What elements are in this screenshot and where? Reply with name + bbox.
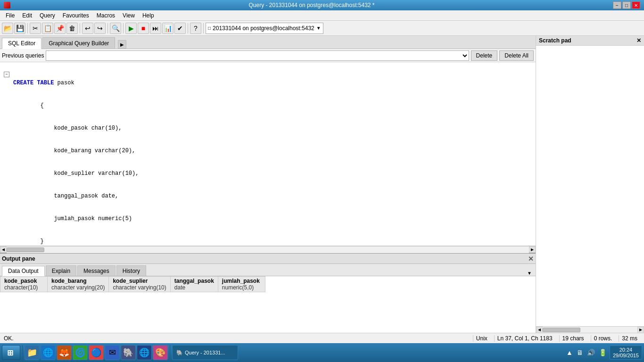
menu-query[interactable]: Query bbox=[36, 11, 59, 20]
commit-btn[interactable]: ✔ bbox=[174, 23, 186, 34]
prev-queries-dropdown[interactable] bbox=[46, 50, 469, 61]
taskbar-active-window[interactable]: 🐘 Query - 201331... bbox=[172, 345, 238, 360]
redo-btn[interactable]: ↪ bbox=[94, 23, 106, 34]
editor-tabs: SQL Editor Graphical Query Builder ▶ bbox=[0, 36, 536, 49]
col-tanggal-pasok-type: date bbox=[174, 284, 214, 291]
scratch-pad-close-btn[interactable]: ✕ bbox=[636, 37, 641, 44]
copy-btn[interactable]: 📋 bbox=[42, 23, 53, 34]
main-content: SQL Editor Graphical Query Builder ▶ Pre… bbox=[0, 36, 644, 333]
output-pane-close-btn[interactable]: ✕ bbox=[528, 255, 534, 263]
toolbar: 📂 💾 ✂ 📋 📌 🗑 ↩ ↪ 🔍 ▶ ■ ⏭ 📊 ✔ ? □ 20133104… bbox=[0, 21, 644, 36]
menu-favourites[interactable]: Favourites bbox=[59, 11, 93, 20]
scratch-pad-content[interactable] bbox=[536, 46, 644, 326]
taskbar-chrome-icon[interactable]: 🔵 bbox=[89, 345, 104, 360]
taskbar-app4-icon[interactable]: 🌀 bbox=[73, 345, 88, 360]
table-header-row: kode_pasok character(10) kode_barang cha… bbox=[0, 277, 265, 292]
close-btn[interactable]: ✕ bbox=[632, 1, 640, 9]
title-bar: Query - 201331044 on postgres@localhost:… bbox=[0, 0, 644, 10]
result-table: kode_pasok character(10) kode_barang cha… bbox=[0, 276, 265, 292]
code-editor[interactable]: − CREATE TABLE pasok { kode_pasok char(1… bbox=[0, 62, 536, 246]
undo-btn[interactable]: ↩ bbox=[82, 23, 93, 34]
delete-btn[interactable]: Delete bbox=[471, 50, 498, 61]
menu-help[interactable]: Help bbox=[139, 11, 158, 20]
col-kode-pasok-type: character(10) bbox=[4, 284, 43, 291]
scratch-pad: Scratch pad ✕ ◀ ▶ bbox=[536, 36, 644, 333]
tray-arrow-icon[interactable]: ▲ bbox=[565, 349, 574, 356]
taskbar-db-icon[interactable]: 🐘 bbox=[121, 345, 136, 360]
editor-area: SQL Editor Graphical Query Builder ▶ Pre… bbox=[0, 36, 536, 333]
clock-time: 20:24 bbox=[613, 347, 639, 353]
sep3 bbox=[107, 23, 108, 33]
open-btn[interactable]: 📂 bbox=[2, 23, 13, 34]
scratch-pad-hscroll[interactable]: ◀ ▶ bbox=[536, 326, 644, 333]
collapse-btn[interactable]: − bbox=[4, 72, 9, 77]
scroll-right-btn[interactable]: ▶ bbox=[529, 247, 536, 253]
col-tanggal-pasok: tanggal_pasok date bbox=[170, 277, 218, 292]
tray-volume-icon[interactable]: 🔊 bbox=[586, 349, 596, 356]
col-kode-barang-name: kode_barang bbox=[51, 278, 105, 284]
status-chars: 19 chars bbox=[559, 335, 587, 342]
taskbar-sep2 bbox=[170, 345, 170, 360]
code-lines[interactable]: CREATE TABLE pasok { kode_pasok char(10)… bbox=[0, 64, 536, 246]
scroll-left-btn[interactable]: ◀ bbox=[0, 247, 7, 253]
h-scrollbar[interactable]: ◀ ▶ bbox=[0, 246, 536, 253]
app-icon bbox=[4, 2, 10, 8]
menu-edit[interactable]: Edit bbox=[18, 11, 36, 20]
clear-btn[interactable]: 🗑 bbox=[66, 23, 78, 34]
output-dropdown-btn[interactable]: ▼ bbox=[527, 271, 532, 276]
paste-btn[interactable]: 📌 bbox=[54, 23, 66, 34]
data-table: kode_pasok character(10) kode_barang cha… bbox=[0, 276, 536, 333]
stop-btn[interactable]: ■ bbox=[138, 23, 149, 34]
help-btn[interactable]: ? bbox=[190, 23, 201, 34]
delete-all-btn[interactable]: Delete All bbox=[499, 50, 534, 61]
tray-network-icon[interactable]: 🖥 bbox=[576, 349, 584, 356]
connection-dropdown[interactable]: □ 201331044 on postgres@localhost:5432 ▼ bbox=[206, 23, 323, 34]
sp-scroll-right-btn[interactable]: ▶ bbox=[637, 327, 644, 333]
output-tab-history[interactable]: History bbox=[116, 265, 146, 276]
h-scroll-thumb[interactable] bbox=[7, 247, 44, 252]
col-tanggal-pasok-name: tanggal_pasok bbox=[174, 278, 214, 284]
code-line-5: kode_suplier varchar(10), bbox=[13, 170, 532, 177]
taskbar-net-icon[interactable]: 🌐 bbox=[137, 345, 152, 360]
taskbar-right: ▲ 🖥 🔊 🔋 20:24 29/09/2015 bbox=[565, 346, 642, 360]
output-tab-explain[interactable]: Explain bbox=[46, 265, 76, 276]
sep1 bbox=[27, 23, 28, 33]
tray-battery-icon[interactable]: 🔋 bbox=[598, 349, 608, 356]
output-tab-messages[interactable]: Messages bbox=[77, 265, 116, 276]
col-kode-suplier: kode_suplier character varying(10) bbox=[109, 277, 170, 292]
status-line-col: Ln 37, Col 1, Ch 1183 bbox=[494, 335, 555, 342]
explain-btn[interactable]: 📊 bbox=[162, 23, 173, 34]
taskbar-ie-icon[interactable]: 🌐 bbox=[41, 345, 56, 360]
sp-scroll-track[interactable] bbox=[543, 327, 637, 333]
clock[interactable]: 20:24 29/09/2015 bbox=[610, 346, 642, 360]
output-tab-data[interactable]: Data Output bbox=[2, 266, 45, 276]
windows-icon: ⊞ bbox=[7, 348, 13, 357]
save-btn[interactable]: 💾 bbox=[14, 23, 25, 34]
minimize-btn[interactable]: − bbox=[613, 1, 621, 9]
maximize-btn[interactable]: □ bbox=[622, 1, 631, 9]
cut-btn[interactable]: ✂ bbox=[30, 23, 41, 34]
code-line-7: jumlah_pasok numeric(5) bbox=[13, 215, 532, 222]
taskbar-paint-icon[interactable]: 🎨 bbox=[153, 345, 168, 360]
sp-scroll-thumb[interactable] bbox=[543, 328, 580, 332]
taskbar-firefox-icon[interactable]: 🦊 bbox=[57, 345, 72, 360]
taskbar-email-icon[interactable]: ✉ bbox=[105, 345, 120, 360]
tab-sql-editor[interactable]: SQL Editor bbox=[2, 38, 41, 49]
tab-graphical-query-builder[interactable]: Graphical Query Builder bbox=[42, 37, 115, 49]
col-kode-barang-type: character varying(20) bbox=[51, 284, 105, 291]
h-scroll-track[interactable] bbox=[7, 247, 529, 253]
taskbar-explorer-icon[interactable]: 📁 bbox=[25, 345, 40, 360]
taskbar-db-small-icon: 🐘 bbox=[176, 350, 183, 356]
start-button[interactable]: ⊞ bbox=[2, 345, 20, 360]
menu-view[interactable]: View bbox=[119, 11, 139, 20]
tab-scroll-arrow[interactable]: ▶ bbox=[118, 40, 126, 49]
taskbar-sep bbox=[22, 345, 23, 360]
menu-file[interactable]: File bbox=[2, 11, 18, 20]
window-controls[interactable]: − □ ✕ bbox=[613, 1, 640, 9]
step-btn[interactable]: ⏭ bbox=[150, 23, 161, 34]
find-btn[interactable]: 🔍 bbox=[110, 23, 121, 34]
menu-macros[interactable]: Macros bbox=[93, 11, 119, 20]
run-btn[interactable]: ▶ bbox=[125, 23, 137, 34]
sp-scroll-left-btn[interactable]: ◀ bbox=[536, 327, 543, 333]
code-line-2: { bbox=[13, 102, 532, 109]
